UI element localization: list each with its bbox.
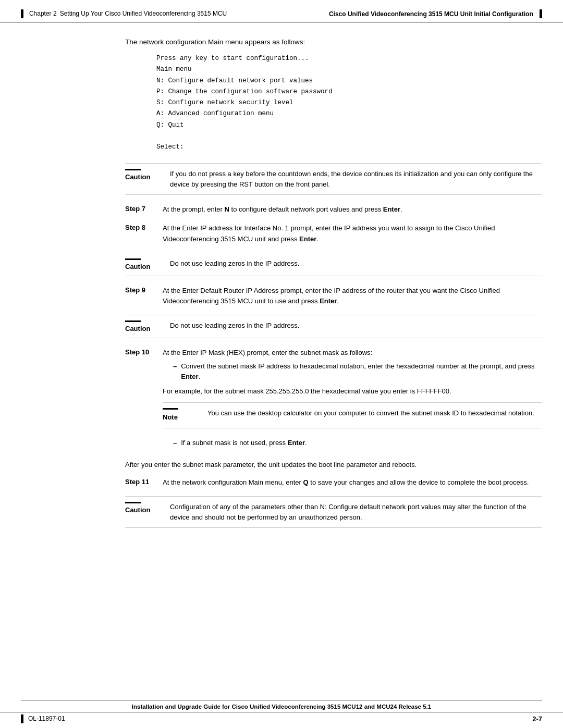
caution-4-label: Caution (125, 505, 162, 514)
footer-page-number: 2-7 (532, 715, 542, 723)
step-10-bullet-1: – Convert the subnet mask IP address to … (173, 361, 542, 382)
step-11-row: Step 11 At the network configuration Mai… (125, 477, 542, 488)
caution-2-label-container: Caution (125, 258, 162, 270)
header-chapter: Chapter 2 (29, 10, 57, 17)
footer-bottom: ▌ OL-11897-01 2-7 (0, 712, 563, 728)
code-line-8 (156, 131, 542, 142)
code-line-6: A: Advanced configuration menu (156, 108, 542, 119)
header-pipe-right: ▐ (537, 9, 542, 18)
page-header: ▌ Chapter 2 Setting Up Your Cisco Unifie… (0, 0, 563, 22)
caution-1-label-container: Caution (125, 169, 162, 189)
step-7-bold-enter: Enter (383, 205, 400, 213)
header-left: ▌ Chapter 2 Setting Up Your Cisco Unifie… (21, 9, 227, 18)
header-right-title: Cisco Unified Videoconferencing 3515 MCU… (329, 10, 533, 18)
caution-4-content: Configuration of any of the parameters o… (170, 502, 542, 522)
note-box: Note You can use the desktop calculator … (163, 402, 542, 428)
step-10-label: Step 10 (125, 348, 157, 451)
caution-3-content: Do not use leading zeros in the IP addre… (170, 320, 542, 332)
note-bar (163, 408, 178, 410)
caution-4-label-container: Caution (125, 502, 162, 522)
step-7-content: At the prompt, enter N to configure defa… (163, 204, 542, 215)
step-8-label: Step 8 (125, 223, 157, 244)
step-7-text-mid: to configure default network port values… (229, 205, 383, 213)
caution-1-bar (125, 169, 141, 170)
caution-2-label: Caution (125, 262, 162, 270)
caution-4-bar (125, 502, 141, 503)
step-10-row: Step 10 At the Enter IP Mask (HEX) promp… (125, 348, 542, 451)
step-8-bold-enter: Enter (299, 235, 316, 243)
step-7-text-after: . (400, 205, 402, 213)
step-10-text: At the Enter IP Mask (HEX) prompt, enter… (163, 348, 542, 358)
step-8-row: Step 8 At the Enter IP address for Inter… (125, 223, 542, 244)
caution-1-content: If you do not press a key before the cou… (170, 169, 542, 189)
step-8-text-after: . (316, 235, 319, 243)
code-line-3: N: Configure default network port values (156, 76, 542, 87)
footer-pipe-left: ▌ (21, 714, 26, 723)
step-11-bold-q: Q (303, 478, 309, 486)
header-chapter-title: Setting Up Your Cisco Unified Videoconfe… (60, 10, 227, 17)
step-8-text: At the Enter IP address for Interface No… (163, 224, 495, 242)
main-content: The network configuration Main menu appe… (0, 22, 563, 553)
step-9-row: Step 9 At the Enter Default Router IP Ad… (125, 286, 542, 306)
caution-1-box: Caution If you do not press a key before… (125, 163, 542, 195)
bullet-1-text-after: . (198, 373, 200, 380)
step-7-label: Step 7 (125, 204, 157, 215)
caution-3-label-container: Caution (125, 320, 162, 332)
footer-bottom-left: ▌ OL-11897-01 (21, 714, 65, 723)
step-11-text-before: At the network configuration Main menu, … (163, 478, 303, 486)
step-9-label: Step 9 (125, 286, 157, 306)
note-label: Note (163, 412, 199, 423)
code-line-7: Q: Quit (156, 120, 542, 131)
bullet-1-text-before: Convert the subnet mask IP address to he… (181, 362, 534, 370)
note-label-container: Note (163, 408, 199, 423)
after-step10-text: After you enter the subnet mask paramete… (125, 460, 542, 470)
step-10-bullet-2: – If a subnet mask is not used, press En… (173, 438, 542, 448)
step-7-text-before: At the prompt, enter (163, 205, 225, 213)
step-10-content: At the Enter IP Mask (HEX) prompt, enter… (163, 348, 542, 451)
bullet-1-bold: Enter (181, 373, 198, 380)
step-8-content: At the Enter IP address for Interface No… (163, 223, 542, 244)
code-line-5: S: Configure network security level (156, 97, 542, 108)
page-footer: Installation and Upgrade Guide for Cisco… (0, 700, 563, 728)
code-line-2: Main menu (156, 64, 542, 75)
caution-1-label: Caution (125, 172, 162, 181)
bullet-dash-1: – (173, 361, 177, 382)
caution-3-bar (125, 320, 141, 322)
code-block: Press any key to start configuration... … (156, 53, 542, 153)
example-line: For example, for the subnet mask 255.255… (163, 386, 542, 397)
header-right: Cisco Unified Videoconferencing 3515 MCU… (329, 9, 542, 18)
code-line-1: Press any key to start configuration... (156, 53, 542, 64)
caution-3-label: Caution (125, 324, 162, 332)
bullet-2-text-before: If a subnet mask is not used, press (181, 439, 288, 447)
step-11-text-after: to save your changes and allow the devic… (309, 478, 529, 486)
caution-4-box: Caution Configuration of any of the para… (125, 496, 542, 528)
footer-doc-number: OL-11897-01 (28, 715, 65, 722)
bullet-2-bold: Enter (288, 439, 305, 447)
step-11-content: At the network configuration Main menu, … (163, 477, 542, 488)
code-line-4: P: Change the configuration software pas… (156, 87, 542, 97)
step-9-content: At the Enter Default Router IP Address p… (163, 286, 542, 306)
step-11-label: Step 11 (125, 477, 157, 488)
bullet-1-text: Convert the subnet mask IP address to he… (181, 361, 542, 382)
note-content: You can use the desktop calculator on yo… (207, 408, 542, 423)
step-9-bold-enter: Enter (320, 297, 337, 305)
bullet-2-text: If a subnet mask is not used, press Ente… (181, 438, 542, 448)
bullet-dash-2: – (173, 438, 177, 448)
footer-center: Installation and Upgrade Guide for Cisco… (0, 700, 563, 712)
header-pipe-left: ▌ (21, 9, 26, 18)
step-7-row: Step 7 At the prompt, enter N to configu… (125, 204, 542, 215)
caution-2-bar (125, 258, 141, 260)
step-9-text-after: . (337, 297, 339, 305)
intro-text: The network configuration Main menu appe… (125, 38, 542, 46)
bullet-2-text-after: . (305, 439, 307, 447)
caution-2-box: Caution Do not use leading zeros in the … (125, 253, 542, 276)
caution-3-box: Caution Do not use leading zeros in the … (125, 315, 542, 338)
caution-2-content: Do not use leading zeros in the IP addre… (170, 258, 542, 270)
step-7-bold-n: N (225, 205, 229, 213)
code-line-9: Select: (156, 142, 542, 153)
